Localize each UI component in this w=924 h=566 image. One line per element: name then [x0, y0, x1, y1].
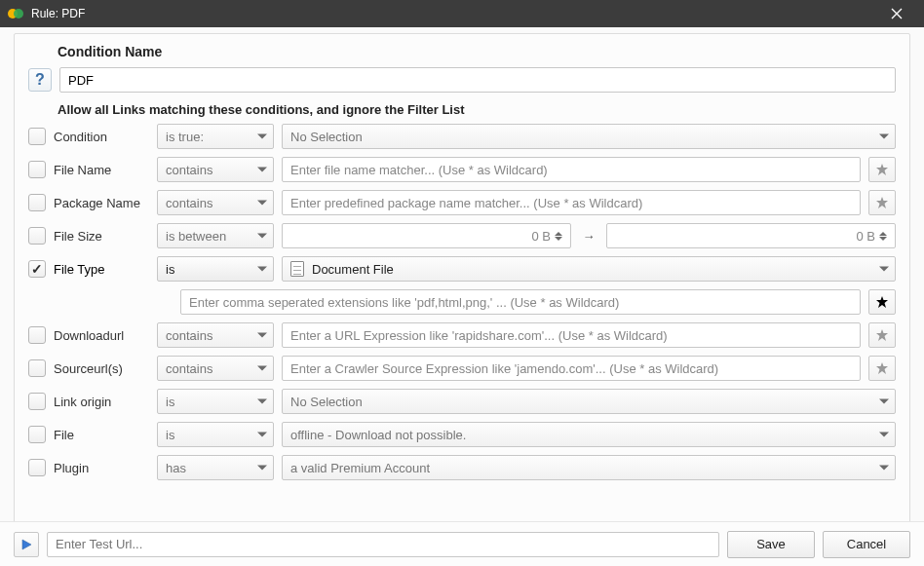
- input-file-size-to[interactable]: 0 B: [606, 223, 896, 248]
- row-file-type-ext: Enter comma seperated extensions like 'p…: [180, 288, 896, 316]
- label-condition: Condition: [54, 130, 149, 144]
- row-file-size: File Size is between 0 B → 0 B: [28, 222, 896, 249]
- op-file-type[interactable]: is: [157, 256, 274, 282]
- input-sourceurl[interactable]: Enter a Crawler Source Expression like '…: [282, 356, 861, 381]
- wildcard-button-sourceurl[interactable]: [868, 356, 896, 381]
- row-file-type: File Type is Document File: [28, 255, 896, 283]
- dialog-body: Condition Name ? Allow all Links matchin…: [0, 27, 924, 521]
- svg-point-1: [14, 9, 23, 19]
- svg-marker-7: [22, 540, 31, 549]
- svg-marker-5: [876, 329, 888, 341]
- svg-marker-6: [876, 362, 888, 374]
- label-file-type: File Type: [54, 262, 149, 277]
- checkbox-sourceurl[interactable]: [28, 359, 46, 377]
- label-sourceurl: Sourceurl(s): [54, 361, 149, 376]
- condition-name-input[interactable]: [59, 67, 896, 93]
- condition-name-row: ?: [28, 67, 896, 93]
- checkbox-downloadurl[interactable]: [28, 326, 46, 344]
- input-file-size-from[interactable]: 0 B: [282, 223, 571, 248]
- input-package-name[interactable]: Enter predefined package name matcher...…: [282, 190, 861, 215]
- value-file[interactable]: offline - Download not possible.: [282, 422, 896, 447]
- value-file-type[interactable]: Document File: [282, 256, 896, 282]
- checkbox-condition[interactable]: [28, 128, 46, 145]
- conditions-rows: Condition is true: No Selection File Nam…: [28, 123, 896, 481]
- wildcard-button-package-name[interactable]: [868, 190, 896, 215]
- bottom-bar: Save Cancel: [0, 521, 924, 566]
- checkbox-file-name[interactable]: [28, 161, 46, 178]
- op-downloadurl[interactable]: contains: [157, 322, 274, 348]
- svg-marker-2: [876, 164, 888, 175]
- label-package-name: Package Name: [54, 196, 149, 210]
- row-link-origin: Link origin is No Selection: [28, 388, 896, 415]
- svg-marker-3: [876, 197, 888, 208]
- spinner-icon[interactable]: [555, 232, 562, 241]
- conditions-subtitle: Allow all Links matching these condition…: [58, 102, 896, 117]
- checkbox-link-origin[interactable]: [28, 393, 46, 410]
- op-link-origin[interactable]: is: [157, 389, 274, 414]
- wildcard-button-file-name[interactable]: [868, 157, 896, 182]
- label-file-name: File Name: [54, 163, 149, 177]
- value-link-origin[interactable]: No Selection: [282, 389, 896, 414]
- condition-name-heading: Condition Name: [58, 44, 896, 59]
- test-play-button[interactable]: [14, 532, 39, 557]
- label-downloadurl: Downloadurl: [54, 328, 149, 343]
- op-condition[interactable]: is true:: [157, 124, 274, 149]
- row-package-name: Package Name contains Enter predefined p…: [28, 189, 896, 216]
- input-file-type-ext[interactable]: Enter comma seperated extensions like 'p…: [180, 289, 861, 315]
- form-panel: Condition Name ? Allow all Links matchin…: [14, 33, 910, 521]
- label-file-size: File Size: [54, 229, 149, 244]
- label-link-origin: Link origin: [54, 395, 149, 409]
- test-url-input[interactable]: [47, 532, 719, 557]
- row-file-name: File Name contains Enter file name match…: [28, 156, 896, 183]
- row-plugin: Plugin has a valid Premium Account: [28, 454, 896, 481]
- label-plugin: Plugin: [54, 461, 149, 475]
- window-title: Rule: PDF: [31, 7, 877, 20]
- titlebar: Rule: PDF: [0, 0, 924, 27]
- checkbox-plugin[interactable]: [28, 459, 46, 476]
- wildcard-button-downloadurl[interactable]: [868, 322, 896, 348]
- op-sourceurl[interactable]: contains: [157, 356, 274, 381]
- checkbox-file-size[interactable]: [28, 227, 46, 245]
- close-button[interactable]: [877, 0, 916, 27]
- op-plugin[interactable]: has: [157, 455, 274, 480]
- save-button[interactable]: Save: [727, 531, 815, 558]
- label-file: File: [54, 428, 149, 442]
- document-icon: [290, 261, 304, 277]
- svg-marker-4: [876, 296, 888, 308]
- checkbox-file-type[interactable]: [28, 260, 46, 278]
- input-downloadurl[interactable]: Enter a URL Expression like 'rapidshare.…: [282, 322, 861, 348]
- cancel-button[interactable]: Cancel: [823, 531, 910, 558]
- app-icon: [8, 6, 23, 21]
- input-file-name[interactable]: Enter file name matcher... (Use * as Wil…: [282, 157, 861, 182]
- value-plugin[interactable]: a valid Premium Account: [282, 455, 896, 480]
- checkbox-file[interactable]: [28, 426, 46, 443]
- row-condition: Condition is true: No Selection: [28, 123, 896, 150]
- checkbox-package-name[interactable]: [28, 194, 46, 211]
- row-file: File is offline - Download not possible.: [28, 421, 896, 448]
- value-condition[interactable]: No Selection: [282, 124, 896, 149]
- op-file[interactable]: is: [157, 422, 274, 447]
- op-file-size[interactable]: is between: [157, 223, 274, 248]
- arrow-right-icon: →: [579, 229, 598, 244]
- op-package-name[interactable]: contains: [157, 190, 274, 215]
- help-icon[interactable]: ?: [28, 68, 52, 92]
- wildcard-button-file-type-ext[interactable]: [868, 289, 896, 315]
- op-file-name[interactable]: contains: [157, 157, 274, 182]
- row-sourceurl: Sourceurl(s) contains Enter a Crawler So…: [28, 355, 896, 382]
- spinner-icon[interactable]: [879, 232, 887, 241]
- row-downloadurl: Downloadurl contains Enter a URL Express…: [28, 321, 896, 349]
